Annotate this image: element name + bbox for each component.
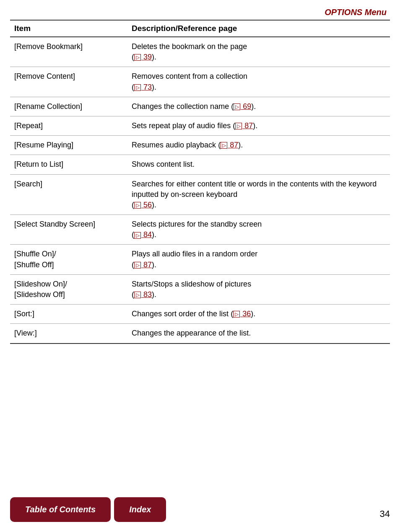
table-cell-item: [Sort:] <box>10 305 127 324</box>
table-cell-desc: Selects pictures for the standby screen(… <box>127 215 390 245</box>
table-row: [Shuffle On]/[Shuffle Off]Plays all audi… <box>10 245 390 274</box>
spacer <box>10 344 390 377</box>
table-cell-item: [View:] <box>10 324 127 343</box>
table-cell-desc: Starts/Stops a slideshow of pictures(▷ 8… <box>127 274 390 304</box>
table-cell-item: [Return to List] <box>10 155 127 174</box>
col-header-desc: Description/Reference page <box>127 20 390 37</box>
bottom-navigation: Table of Contents Index <box>10 497 169 522</box>
ref-icon: ▷ <box>134 84 141 91</box>
ref-link[interactable]: 87 <box>242 121 253 130</box>
table-cell-desc: Changes sort order of the list (▷ 36). <box>127 305 390 324</box>
table-cell-item: [Shuffle On]/[Shuffle Off] <box>10 245 127 274</box>
toc-button[interactable]: Table of Contents <box>10 497 111 522</box>
ref-link[interactable]: 87 <box>228 141 238 149</box>
table-cell-item: [Remove Bookmark] <box>10 37 127 67</box>
table-cell-desc: Changes the appearance of the list. <box>127 324 390 343</box>
table-cell-desc: Resumes audio playback (▷ 87). <box>127 136 390 155</box>
table-cell-item: [Resume Playing] <box>10 136 127 155</box>
table-cell-item: [Rename Collection] <box>10 97 127 116</box>
table-row: [Remove Bookmark]Deletes the bookmark on… <box>10 37 390 67</box>
table-row: [Repeat]Sets repeat play of audio files … <box>10 116 390 135</box>
ref-link[interactable]: 73 <box>141 83 152 91</box>
table-cell-desc: Shows content list. <box>127 155 390 174</box>
table-cell-desc: Changes the collection name (▷ 69). <box>127 97 390 116</box>
col-header-item: Item <box>10 20 127 37</box>
ref-icon: ▷ <box>235 123 242 129</box>
table-row: [Remove Content]Removes content from a c… <box>10 67 390 97</box>
table-cell-desc: Removes content from a collection(▷ 73). <box>127 67 390 97</box>
ref-icon: ▷ <box>234 103 240 110</box>
index-button[interactable]: Index <box>114 497 166 522</box>
table-row: [Search]Searches for either content titl… <box>10 174 390 215</box>
ref-icon: ▷ <box>134 292 141 298</box>
ref-icon: ▷ <box>134 54 141 61</box>
table-row: [Resume Playing]Resumes audio playback (… <box>10 136 390 155</box>
table-cell-desc: Deletes the bookmark on the page(▷ 39). <box>127 37 390 67</box>
options-table: Item Description/Reference page [Remove … <box>10 20 390 344</box>
table-row: [View:]Changes the appearance of the lis… <box>10 324 390 343</box>
ref-icon: ▷ <box>134 262 141 269</box>
page-container: OPTIONS Menu Item Description/Reference … <box>0 0 400 532</box>
page-header-title: OPTIONS Menu <box>10 8 390 17</box>
ref-link[interactable]: 39 <box>141 53 152 61</box>
table-cell-item: [Remove Content] <box>10 67 127 97</box>
table-cell-item: [Select Standby Screen] <box>10 215 127 245</box>
table-cell-desc: Plays all audio files in a random order(… <box>127 245 390 274</box>
table-row: [Slideshow On]/[Slideshow Off]Starts/Sto… <box>10 274 390 304</box>
ref-link[interactable]: 84 <box>141 230 152 239</box>
table-row: [Return to List]Shows content list. <box>10 155 390 174</box>
table-row: [Select Standby Screen]Selects pictures … <box>10 215 390 245</box>
table-cell-desc: Searches for either content title or wor… <box>127 174 390 215</box>
table-cell-desc: Sets repeat play of audio files (▷ 87). <box>127 116 390 135</box>
table-cell-item: [Repeat] <box>10 116 127 135</box>
ref-icon: ▷ <box>233 311 240 318</box>
table-row: [Sort:]Changes sort order of the list (▷… <box>10 305 390 324</box>
table-cell-item: [Search] <box>10 174 127 215</box>
ref-link[interactable]: 56 <box>141 201 152 209</box>
ref-link[interactable]: 69 <box>241 102 251 111</box>
table-cell-item: [Slideshow On]/[Slideshow Off] <box>10 274 127 304</box>
ref-icon: ▷ <box>134 232 141 239</box>
ref-icon: ▷ <box>221 142 227 149</box>
ref-icon: ▷ <box>134 202 141 209</box>
page-number: 34 <box>380 509 390 519</box>
ref-link[interactable]: 36 <box>240 310 251 318</box>
ref-link[interactable]: 83 <box>141 290 152 299</box>
table-row: [Rename Collection]Changes the collectio… <box>10 97 390 116</box>
ref-link[interactable]: 87 <box>141 261 152 269</box>
